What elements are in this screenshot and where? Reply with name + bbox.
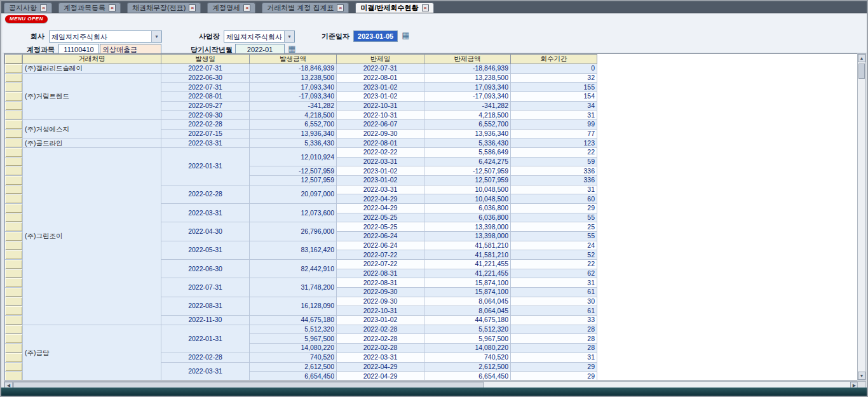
- collect-days-cell[interactable]: 99: [511, 120, 597, 130]
- settle-date-cell[interactable]: 2022-04-29: [337, 194, 424, 204]
- tab-0[interactable]: 공지사항×: [4, 3, 52, 13]
- row-selector[interactable]: [5, 83, 23, 92]
- settle-date-cell[interactable]: 2023-01-02: [337, 176, 424, 185]
- collect-days-cell[interactable]: 0: [511, 64, 597, 74]
- collect-days-cell[interactable]: 33: [511, 316, 597, 325]
- occur-amount-cell[interactable]: 13,936,340: [250, 129, 337, 138]
- row-selector[interactable]: [5, 353, 23, 362]
- collect-days-cell[interactable]: 155: [511, 83, 597, 92]
- occur-amount-cell[interactable]: 740,520: [250, 353, 337, 362]
- occur-date-cell[interactable]: 2022-02-28: [161, 185, 250, 203]
- row-selector[interactable]: [5, 204, 23, 213]
- row-selector[interactable]: [5, 334, 23, 344]
- settle-date-cell[interactable]: 2022-10-31: [337, 111, 424, 120]
- scroll-down-icon[interactable]: ▼: [858, 372, 865, 380]
- settle-amount-cell[interactable]: 4,218,500: [424, 111, 511, 120]
- chevron-down-icon[interactable]: ▼: [151, 31, 161, 42]
- row-selector[interactable]: [5, 101, 23, 111]
- customer-name-cell[interactable]: (주)갤러리드슬레이: [23, 64, 161, 74]
- row-selector[interactable]: [5, 232, 23, 241]
- collect-days-cell[interactable]: 28: [511, 334, 597, 344]
- tab-close-icon[interactable]: ×: [109, 4, 116, 11]
- settle-date-cell[interactable]: 2022-06-07: [337, 120, 424, 130]
- row-selector[interactable]: [5, 288, 23, 297]
- row-selector[interactable]: [5, 222, 23, 232]
- settle-date-cell[interactable]: 2022-08-01: [337, 138, 424, 148]
- collect-days-cell[interactable]: 123: [511, 138, 597, 148]
- settle-amount-cell[interactable]: -341,282: [424, 101, 511, 111]
- occur-date-cell[interactable]: 2022-08-31: [161, 297, 250, 315]
- collect-days-cell[interactable]: 62: [511, 269, 597, 278]
- vertical-scroll-thumb[interactable]: [858, 64, 865, 79]
- occur-amount-cell[interactable]: 44,675,180: [250, 316, 337, 325]
- occur-amount-cell[interactable]: -18,846,939: [250, 64, 337, 74]
- customer-name-cell[interactable]: (주)거림트렌드: [23, 73, 161, 119]
- settle-amount-cell[interactable]: 41,221,455: [424, 269, 511, 278]
- calendar-icon[interactable]: ▦: [401, 31, 410, 41]
- settle-amount-cell[interactable]: 5,967,500: [424, 334, 511, 344]
- grid-corner-cell[interactable]: [5, 55, 23, 64]
- row-selector[interactable]: [5, 120, 23, 130]
- collect-days-cell[interactable]: 24: [511, 241, 597, 250]
- occur-amount-cell[interactable]: 5,512,320: [250, 325, 337, 334]
- occur-amount-cell[interactable]: 5,967,500: [250, 334, 337, 344]
- occur-date-cell[interactable]: 2022-01-31: [161, 325, 250, 353]
- customer-name-cell[interactable]: (주)골드라인: [23, 138, 161, 148]
- settle-amount-cell[interactable]: 5,586,649: [424, 148, 511, 158]
- row-selector[interactable]: [5, 241, 23, 250]
- occur-amount-cell[interactable]: 6,552,700: [250, 120, 337, 130]
- row-selector[interactable]: [5, 278, 23, 288]
- settle-date-cell[interactable]: 2022-09-30: [337, 129, 424, 138]
- row-selector[interactable]: [5, 64, 23, 74]
- column-header-회수기간[interactable]: 회수기간: [511, 55, 597, 64]
- settle-date-cell[interactable]: 2022-05-25: [337, 213, 424, 222]
- settle-amount-cell[interactable]: 6,552,700: [424, 120, 511, 130]
- occur-date-cell[interactable]: 2022-09-27: [161, 101, 250, 111]
- collect-days-cell[interactable]: 25: [511, 222, 597, 232]
- occur-amount-cell[interactable]: 12,073,600: [250, 204, 337, 222]
- settle-amount-cell[interactable]: 6,036,800: [424, 204, 511, 213]
- calendar-icon[interactable]: ▦: [287, 44, 297, 54]
- tab-close-icon[interactable]: ×: [337, 4, 344, 11]
- customer-name-cell[interactable]: (주)거성에스지: [23, 120, 161, 138]
- collect-days-cell[interactable]: 31: [511, 111, 597, 120]
- row-selector[interactable]: [5, 306, 23, 316]
- customer-name-cell[interactable]: (주)금담: [23, 325, 161, 380]
- collect-days-cell[interactable]: 28: [511, 344, 597, 353]
- settle-date-cell[interactable]: 2022-04-29: [337, 362, 424, 372]
- settle-amount-cell[interactable]: 13,398,000: [424, 222, 511, 232]
- collect-days-cell[interactable]: 61: [511, 288, 597, 297]
- settle-date-cell[interactable]: 2022-06-24: [337, 241, 424, 250]
- settle-date-cell[interactable]: 2022-07-22: [337, 260, 424, 269]
- settle-amount-cell[interactable]: 10,048,500: [424, 194, 511, 204]
- occur-date-cell[interactable]: 2022-07-31: [161, 64, 250, 74]
- settle-date-cell[interactable]: 2023-01-02: [337, 316, 424, 325]
- settle-date-cell[interactable]: 2023-01-02: [337, 83, 424, 92]
- settle-amount-cell[interactable]: 8,064,045: [424, 306, 511, 316]
- collect-days-cell[interactable]: 55: [511, 213, 597, 222]
- occur-date-cell[interactable]: 2022-04-30: [161, 222, 250, 241]
- settle-amount-cell[interactable]: 41,221,455: [424, 260, 511, 269]
- occur-date-cell[interactable]: 2022-08-01: [161, 92, 250, 102]
- tab-close-icon[interactable]: ×: [243, 4, 250, 11]
- settle-amount-cell[interactable]: 6,036,800: [424, 213, 511, 222]
- settle-date-cell[interactable]: 2022-04-29: [337, 372, 424, 380]
- tab-close-icon[interactable]: ×: [40, 4, 47, 11]
- settle-amount-cell[interactable]: 13,238,500: [424, 73, 511, 83]
- occur-date-cell[interactable]: 2022-07-31: [161, 278, 250, 297]
- row-selector[interactable]: [5, 372, 23, 380]
- settle-date-cell[interactable]: 2022-08-31: [337, 278, 424, 288]
- occur-amount-cell[interactable]: 5,336,430: [250, 138, 337, 148]
- occur-date-cell[interactable]: 2022-09-30: [161, 111, 250, 120]
- settle-amount-cell[interactable]: -12,507,959: [424, 166, 511, 176]
- customer-name-cell[interactable]: (주)그린조이: [23, 148, 161, 325]
- settle-date-cell[interactable]: 2022-02-28: [337, 344, 424, 353]
- settle-amount-cell[interactable]: 12,507,959: [424, 176, 511, 185]
- settle-date-cell[interactable]: 2022-09-30: [337, 288, 424, 297]
- settle-amount-cell[interactable]: 14,080,220: [424, 344, 511, 353]
- collect-days-cell[interactable]: 30: [511, 297, 597, 306]
- occur-amount-cell[interactable]: -341,282: [250, 101, 337, 111]
- settle-date-cell[interactable]: 2022-02-22: [337, 148, 424, 158]
- occur-amount-cell[interactable]: 20,097,000: [250, 185, 337, 203]
- collect-days-cell[interactable]: 32: [511, 73, 597, 83]
